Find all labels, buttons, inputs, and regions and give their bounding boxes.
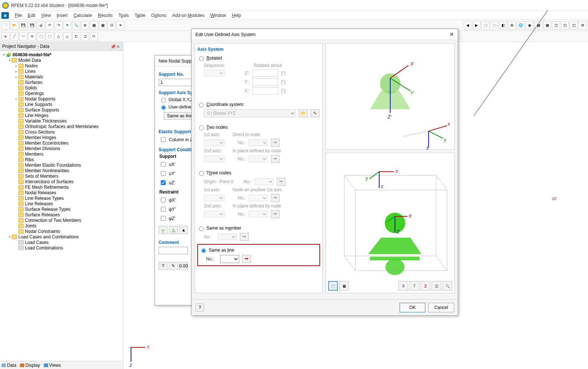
menu-window[interactable]: Window — [208, 12, 229, 19]
tb-save-icon[interactable]: 💾 — [19, 21, 27, 29]
tb-new-icon[interactable]: 📄 — [1, 21, 10, 29]
tb-module-8-icon[interactable]: ⚙ — [578, 21, 587, 29]
preview-view-1-icon[interactable]: ⬚ — [328, 281, 338, 291]
tb-module-6-icon[interactable]: ◫ — [561, 21, 569, 29]
axis-close-icon[interactable]: ✕ — [449, 31, 454, 38]
tree-lcc[interactable]: ▾Load Cases and Combinations — [0, 234, 123, 240]
tree-item[interactable]: Members — [0, 151, 123, 157]
tree-item[interactable]: Line Supports — [0, 102, 123, 107]
nns-preset-3-icon[interactable]: ▲ — [179, 226, 188, 234]
nns-preset-1-icon[interactable]: ┬ — [159, 226, 167, 234]
menu-tools[interactable]: Tools — [116, 12, 132, 19]
tb-module-2-icon[interactable]: ◉ — [525, 21, 534, 29]
navigator-tree[interactable]: ▾🧩 004636-model-file* ▾Model Data ▸Nodes… — [0, 51, 123, 361]
tree-item[interactable]: Variable Thicknesses — [0, 118, 123, 124]
tb-module-4-icon[interactable]: ▦ — [543, 21, 551, 29]
tb-view-3-icon[interactable]: ◧ — [499, 21, 507, 29]
coord-system-select[interactable]: 0 | Global XYZ — [204, 109, 296, 117]
tb2-1-icon[interactable]: ● — [1, 32, 10, 40]
navigator-pin-icon[interactable]: 📌 — [110, 44, 115, 49]
nns-support-no-input[interactable] — [159, 79, 195, 86]
menu-help[interactable]: Help — [229, 12, 244, 19]
nns-chk-phix[interactable] — [161, 198, 166, 202]
tb-nav-fwd-icon[interactable]: ▶ — [472, 21, 481, 29]
tree-item[interactable]: ▸Lines — [0, 68, 123, 74]
nns-chk-phiy[interactable] — [161, 207, 166, 212]
tree-item[interactable]: Orthotropic Surfaces and Membranes — [0, 124, 123, 129]
tb-module-1-icon[interactable]: 🌐 — [517, 21, 525, 29]
tree-item[interactable]: Joints — [0, 223, 123, 228]
nns-chk-ux[interactable] — [161, 162, 166, 167]
tb2-2-icon[interactable]: ╱ — [10, 32, 18, 40]
tb2-5-icon[interactable]: ⬚ — [37, 32, 45, 40]
tb-view-1-icon[interactable]: ⬚ — [481, 21, 489, 29]
tree-item[interactable]: Cross-Sections — [0, 129, 123, 135]
axis-cancel-button[interactable]: Cancel — [428, 303, 454, 312]
line-no-select[interactable] — [220, 255, 239, 263]
tb2-8-icon[interactable]: △ — [63, 32, 71, 40]
tree-item[interactable]: Surfaces — [0, 79, 123, 85]
nns-radio-global[interactable] — [161, 98, 166, 103]
menu-options[interactable]: Options — [148, 12, 169, 19]
nns-chk-uz[interactable] — [161, 180, 166, 185]
tb2-3-icon[interactable]: 〰 — [19, 32, 27, 40]
tb2-9-icon[interactable]: ⊏ — [72, 32, 80, 40]
radio-three-nodes[interactable] — [199, 171, 204, 176]
menu-results[interactable]: Results — [95, 12, 116, 19]
tb-nav-back-icon[interactable]: ◀ — [464, 21, 472, 29]
axis-ok-button[interactable]: OK — [400, 303, 425, 312]
tb-saveall-icon[interactable]: 💾 — [28, 21, 36, 29]
pick-line-icon[interactable]: ⮕ — [242, 255, 251, 263]
tree-item[interactable]: Surface Release Types — [0, 206, 123, 212]
tree-item[interactable]: Load Combinations — [0, 245, 123, 251]
radio-same-member[interactable] — [199, 226, 204, 231]
tree-root[interactable]: ▾🧩 004636-model-file* — [0, 52, 123, 57]
nav-tab-views[interactable]: Views — [44, 363, 61, 368]
tree-item[interactable]: Line Releases — [0, 201, 123, 206]
preview-view-z-icon[interactable]: Ẑ — [421, 281, 430, 291]
tb-tool-7-icon[interactable]: ✦ — [116, 21, 124, 29]
preview-view-2-icon[interactable]: ▦ — [339, 281, 349, 291]
tree-item[interactable]: ▸Nodes — [0, 63, 123, 68]
menu-addon[interactable]: Add-on Modules — [169, 12, 207, 19]
tree-item[interactable]: Solids — [0, 85, 123, 91]
preview-view-x-icon[interactable]: X̂ — [399, 281, 408, 291]
tree-item[interactable]: Member Hinges — [0, 135, 123, 140]
tree-item[interactable]: Nodal Constraints — [0, 228, 123, 234]
tree-item[interactable]: Connection of Two Members — [0, 217, 123, 223]
tree-item[interactable]: Surface Releases — [0, 212, 123, 217]
nns-chk-uy[interactable] — [161, 171, 166, 176]
tree-item[interactable]: Surface Supports — [0, 107, 123, 113]
tb2-10-icon[interactable]: ⊐ — [81, 32, 89, 40]
menu-calculate[interactable]: Calculate — [71, 12, 95, 19]
tb2-4-icon[interactable]: ✕ — [28, 32, 36, 40]
radio-coord-system[interactable] — [199, 103, 204, 107]
tb-view-4-icon[interactable]: ⊞ — [508, 21, 516, 29]
tb-tool-5-icon[interactable]: ▦ — [99, 21, 107, 29]
radio-two-nodes[interactable] — [199, 125, 204, 130]
tree-item[interactable]: FE Mesh Refinements — [0, 184, 123, 190]
nns-edit-icon[interactable]: ✎ — [169, 262, 178, 270]
menu-file[interactable]: File — [12, 12, 25, 19]
tree-item[interactable]: Ribs — [0, 157, 123, 162]
tree-item[interactable]: ▸Nodal Supports — [0, 96, 123, 102]
tb2-11-icon[interactable]: ⊓ — [90, 32, 98, 40]
tree-item[interactable]: Nodal Releases — [0, 190, 123, 195]
preview-view-iso-icon[interactable]: ◫ — [432, 281, 441, 291]
nns-help-icon[interactable]: ? — [159, 262, 167, 270]
nns-chk-phiz[interactable] — [161, 216, 166, 221]
radio-rotated[interactable] — [199, 56, 204, 61]
tb-open-icon[interactable]: 📂 — [10, 21, 18, 29]
tb-module-5-icon[interactable]: ◫ — [552, 21, 560, 29]
tb-undo-icon[interactable]: ↶ — [46, 21, 54, 29]
nns-preset-2-icon[interactable]: △ — [169, 226, 178, 234]
menu-table[interactable]: Table — [132, 12, 148, 19]
nav-tab-data[interactable]: Data — [1, 363, 16, 368]
navigator-close-icon[interactable]: ✕ — [116, 44, 121, 49]
tb2-7-icon[interactable]: △ — [54, 32, 63, 40]
tree-item[interactable]: Member Eccentricities — [0, 140, 123, 146]
tree-item[interactable]: Sets of Members — [0, 173, 123, 179]
tb-tool-3-icon[interactable]: ⊕ — [81, 21, 89, 29]
tb-tool-4-icon[interactable]: ▦ — [90, 21, 98, 29]
tree-item[interactable]: Member Elastic Foundations — [0, 162, 123, 168]
